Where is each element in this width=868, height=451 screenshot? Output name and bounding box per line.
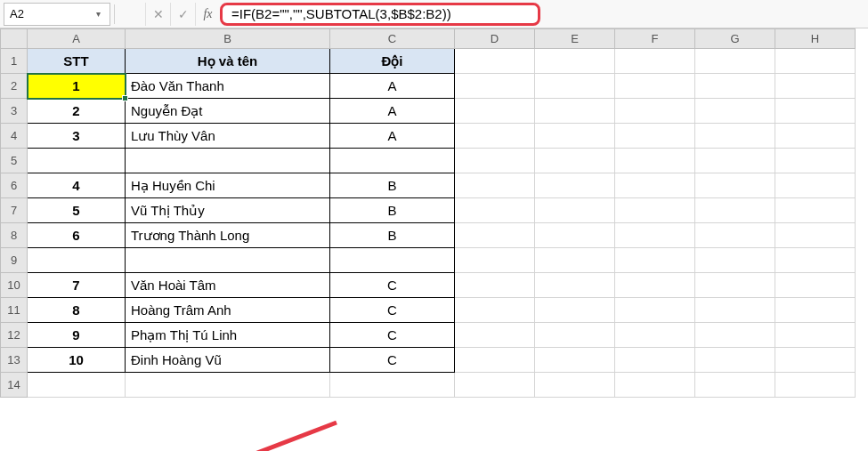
cell[interactable]: C <box>330 273 455 298</box>
column-header[interactable]: C <box>330 29 455 49</box>
cell[interactable] <box>695 373 775 398</box>
cell[interactable] <box>535 173 615 198</box>
cell[interactable] <box>775 149 856 173</box>
cell[interactable] <box>775 173 856 198</box>
cell[interactable] <box>615 248 695 273</box>
cell[interactable]: 4 <box>28 173 126 198</box>
cell[interactable] <box>775 323 856 348</box>
row-header[interactable]: 11 <box>1 298 28 323</box>
cell[interactable]: 2 <box>28 99 126 124</box>
cell[interactable] <box>535 99 615 124</box>
cell[interactable]: 3 <box>28 124 126 149</box>
cell[interactable] <box>775 198 856 223</box>
cell[interactable] <box>126 248 330 273</box>
column-header[interactable]: F <box>615 29 695 49</box>
cell[interactable] <box>455 273 535 298</box>
cell[interactable] <box>775 74 856 99</box>
cell[interactable] <box>615 149 695 173</box>
row-header[interactable]: 2 <box>1 74 28 99</box>
cell[interactable]: 7 <box>28 273 126 298</box>
cell[interactable] <box>695 74 775 99</box>
cell[interactable]: Trương Thành Long <box>126 223 330 248</box>
cell[interactable]: Hạ Huyền Chi <box>126 173 330 198</box>
cell[interactable] <box>535 198 615 223</box>
cell[interactable]: Đội <box>330 49 455 74</box>
formula-input[interactable]: =IF(B2="","",SUBTOTAL(3,$B$2:B2)) <box>220 3 540 26</box>
cell[interactable] <box>615 173 695 198</box>
cell[interactable] <box>535 149 615 173</box>
cell[interactable] <box>775 348 856 373</box>
cell[interactable] <box>775 223 856 248</box>
cell[interactable] <box>695 198 775 223</box>
cell[interactable] <box>535 248 615 273</box>
name-box-dropdown-icon[interactable]: ▾ <box>92 9 104 19</box>
cell[interactable] <box>615 298 695 323</box>
cell[interactable] <box>615 223 695 248</box>
cell[interactable] <box>455 298 535 323</box>
cell[interactable]: B <box>330 173 455 198</box>
row-header[interactable]: 9 <box>1 248 28 273</box>
cell[interactable] <box>775 49 856 74</box>
cell[interactable]: Vũ Thị Thủy <box>126 198 330 223</box>
cell[interactable]: Đinh Hoàng Vũ <box>126 348 330 373</box>
row-header[interactable]: 3 <box>1 99 28 124</box>
cell[interactable]: Nguyễn Đạt <box>126 99 330 124</box>
cell[interactable] <box>455 373 535 398</box>
cell[interactable] <box>775 298 856 323</box>
cell[interactable] <box>775 248 856 273</box>
cell[interactable] <box>775 273 856 298</box>
row-header[interactable]: 6 <box>1 173 28 198</box>
cell[interactable] <box>615 373 695 398</box>
row-header[interactable]: 13 <box>1 348 28 373</box>
insert-function-button[interactable]: fx <box>195 3 220 26</box>
cell[interactable] <box>455 248 535 273</box>
cell[interactable] <box>695 99 775 124</box>
column-header[interactable]: H <box>775 29 856 49</box>
cell[interactable]: Phạm Thị Tú Linh <box>126 323 330 348</box>
cell[interactable] <box>615 74 695 99</box>
cell[interactable] <box>535 373 615 398</box>
cell[interactable] <box>695 273 775 298</box>
column-header[interactable]: A <box>28 29 126 49</box>
column-header[interactable]: G <box>695 29 775 49</box>
cell[interactable] <box>615 273 695 298</box>
cell[interactable]: Hoàng Trâm Anh <box>126 298 330 323</box>
cell[interactable] <box>330 248 455 273</box>
cell[interactable] <box>775 124 856 149</box>
cell[interactable] <box>455 74 535 99</box>
column-header[interactable]: B <box>126 29 330 49</box>
cell[interactable]: Đào Văn Thanh <box>126 74 330 99</box>
cell[interactable] <box>615 348 695 373</box>
row-header[interactable]: 4 <box>1 124 28 149</box>
select-all-corner[interactable] <box>1 29 28 49</box>
cell[interactable]: 9 <box>28 323 126 348</box>
cell[interactable] <box>695 348 775 373</box>
cell[interactable] <box>455 198 535 223</box>
cell[interactable] <box>28 248 126 273</box>
cell[interactable] <box>695 149 775 173</box>
cell[interactable] <box>455 173 535 198</box>
cell[interactable] <box>695 124 775 149</box>
fill-handle[interactable] <box>122 95 128 101</box>
cell[interactable] <box>330 373 455 398</box>
cell[interactable] <box>535 348 615 373</box>
cell[interactable] <box>126 373 330 398</box>
cell[interactable] <box>535 124 615 149</box>
cell[interactable]: A <box>330 124 455 149</box>
cell[interactable]: C <box>330 323 455 348</box>
cell[interactable] <box>535 298 615 323</box>
row-header[interactable]: 10 <box>1 273 28 298</box>
column-header[interactable]: D <box>455 29 535 49</box>
cell[interactable] <box>535 223 615 248</box>
row-header[interactable]: 5 <box>1 149 28 173</box>
cell[interactable] <box>535 49 615 74</box>
cell[interactable] <box>615 124 695 149</box>
row-header[interactable]: 7 <box>1 198 28 223</box>
cell[interactable] <box>615 49 695 74</box>
cell[interactable]: B <box>330 198 455 223</box>
cell[interactable]: C <box>330 298 455 323</box>
cell[interactable] <box>455 323 535 348</box>
column-header[interactable]: E <box>535 29 615 49</box>
cell[interactable]: A <box>330 99 455 124</box>
cancel-button[interactable]: ✕ <box>145 3 170 26</box>
